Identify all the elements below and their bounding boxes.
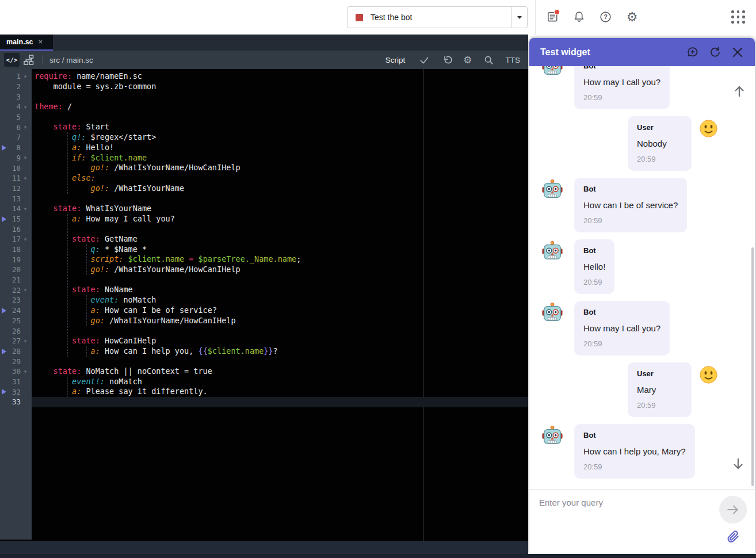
code-line[interactable]: require: name/nameEn.sc (32, 71, 528, 82)
gutter-line: 1▾ (0, 71, 32, 82)
gutter-line: 8 (0, 143, 32, 153)
code-line[interactable]: theme: / (32, 102, 528, 112)
code-line[interactable]: state: Start (32, 122, 528, 132)
undo-icon (441, 55, 452, 66)
bot-selector-dropdown[interactable] (511, 7, 527, 28)
code-line[interactable]: go: /WhatIsYourName/HowCanIHelp (32, 316, 528, 326)
fold-arrow-icon[interactable]: ▾ (21, 74, 30, 79)
fold-arrow-icon[interactable]: ▾ (21, 338, 30, 344)
code-line[interactable]: a: How can I be of service? (32, 305, 528, 316)
graph-view-button[interactable] (21, 53, 36, 67)
code-line[interactable] (32, 356, 528, 366)
run-from-line-icon[interactable] (2, 145, 6, 151)
fold-arrow-icon[interactable]: ▾ (21, 155, 30, 160)
message-time: 20:59 (637, 155, 682, 164)
code-line[interactable] (32, 326, 528, 336)
code-line[interactable]: event: noMatch (32, 295, 528, 305)
code-line[interactable]: state: WhatIsYourName (32, 204, 528, 214)
apps-grid-button[interactable] (731, 10, 746, 24)
code-line[interactable]: a: Hello! (32, 143, 528, 153)
gutter-line: 15 (0, 214, 32, 224)
code-line[interactable]: else: (32, 173, 528, 184)
run-from-line-icon[interactable] (2, 349, 6, 354)
tab-main-sc[interactable]: main.sc × (0, 35, 53, 51)
code-line[interactable]: go!: /WhatIsYourName/HowCanIHelp (32, 163, 528, 173)
message-author: Bot (583, 431, 686, 440)
fold-arrow-icon[interactable]: ▾ (21, 206, 30, 212)
fold-arrow-icon[interactable]: ▾ (21, 236, 30, 242)
run-from-line-icon[interactable] (2, 389, 6, 395)
chat-scrollbar[interactable] (751, 247, 754, 486)
gutter-line: 18 (0, 244, 32, 255)
code-line[interactable]: state: HowCanIHelp (32, 336, 528, 346)
gutter-line: 30▾ (0, 366, 32, 377)
code-line[interactable]: script: $client.name = $parseTree._Name.… (32, 254, 528, 265)
editor-settings-icon[interactable]: ⚙ (463, 55, 472, 65)
line-number: 25 (0, 316, 21, 325)
run-from-line-icon[interactable] (2, 308, 6, 314)
notifications-button[interactable] (572, 10, 586, 24)
code-editor[interactable]: 1▾234▾56▾789▾1011▾121314▾151617▾18192021… (0, 69, 528, 541)
line-number: 30 (0, 367, 21, 376)
attach-file-button[interactable] (726, 530, 740, 544)
code-line[interactable]: a: Please say it differently. (32, 387, 528, 397)
code-line[interactable] (32, 193, 528, 204)
line-number: 5 (0, 113, 21, 121)
settings-button[interactable]: ⚙ (625, 10, 639, 24)
refresh-button[interactable] (709, 46, 721, 59)
gutter-line: 16 (0, 224, 32, 234)
code-line[interactable]: a: How can I help you, {{$client.name}}? (32, 346, 528, 357)
chat-message: BotHow may I call you?20:59 (529, 301, 755, 356)
arrow-up-icon (732, 84, 746, 98)
message-bubble: BotHow may I call you?20:59 (574, 66, 670, 109)
code-line[interactable]: state: NoName (32, 285, 528, 295)
gutter-line: 21 (0, 275, 32, 285)
tab-close-icon[interactable]: × (39, 37, 43, 46)
undo-button[interactable] (441, 54, 452, 66)
line-number: 2 (0, 82, 21, 91)
gutter-line: 25 (0, 316, 32, 326)
code-view-button[interactable]: </> (4, 53, 20, 67)
fold-arrow-icon[interactable]: ▾ (21, 124, 30, 130)
code-line[interactable]: q: * $Name * (32, 244, 528, 255)
bot-selector[interactable]: Test the bot (347, 6, 528, 28)
scroll-to-bottom-button[interactable] (731, 457, 745, 471)
message-bubble: UserNobody20:59 (628, 116, 692, 171)
fold-arrow-icon[interactable]: ▾ (21, 104, 30, 110)
send-button[interactable] (719, 496, 747, 523)
fold-arrow-icon[interactable]: ▾ (21, 175, 30, 181)
code-line[interactable] (32, 224, 528, 234)
query-input[interactable]: Enter your query (539, 498, 603, 507)
gutter-line: 32 (0, 387, 32, 397)
code-line[interactable]: q!: $regex</start> (32, 132, 528, 143)
search-button[interactable] (483, 54, 495, 66)
fold-arrow-icon[interactable]: ▾ (21, 287, 30, 293)
help-button[interactable]: ? (598, 10, 613, 24)
chat-messages: BotHow may I call you?20:59UserNobody20:… (529, 66, 755, 490)
code-line[interactable]: go!: /WhatIsYourName (32, 184, 528, 194)
tts-button[interactable]: TTS (506, 56, 521, 64)
code-line[interactable]: state: GetName (32, 234, 528, 244)
code-line[interactable]: module = sys.zb-common (32, 82, 528, 92)
notification-badge (554, 9, 560, 15)
code-line[interactable]: a: How may I call you? (32, 214, 528, 224)
code-line[interactable]: if: $client.name (32, 153, 528, 163)
code-line[interactable] (32, 275, 528, 285)
close-widget-button[interactable] (731, 46, 744, 59)
code-line[interactable]: go!: /WhatIsYourName/HowCanIHelp (32, 265, 528, 275)
window-footer (0, 554, 756, 558)
code-line[interactable]: event!: noMatch (32, 377, 528, 387)
code-line[interactable] (32, 91, 528, 102)
code-line[interactable] (32, 397, 528, 407)
scroll-to-top-button[interactable] (732, 84, 746, 98)
line-number: 7 (0, 133, 21, 142)
fold-arrow-icon[interactable]: ▾ (21, 369, 30, 374)
run-from-line-icon[interactable] (2, 216, 6, 222)
validate-button[interactable] (418, 54, 430, 66)
message-bubble: BotHow can I help you, Mary?20:59 (574, 424, 695, 479)
code-line[interactable] (32, 112, 528, 123)
activity-log-button[interactable] (545, 10, 560, 24)
new-session-button[interactable] (686, 46, 699, 59)
code-line[interactable]: state: NoMatch || noContext = true (32, 366, 528, 377)
script-mode-label[interactable]: Script (385, 56, 406, 64)
